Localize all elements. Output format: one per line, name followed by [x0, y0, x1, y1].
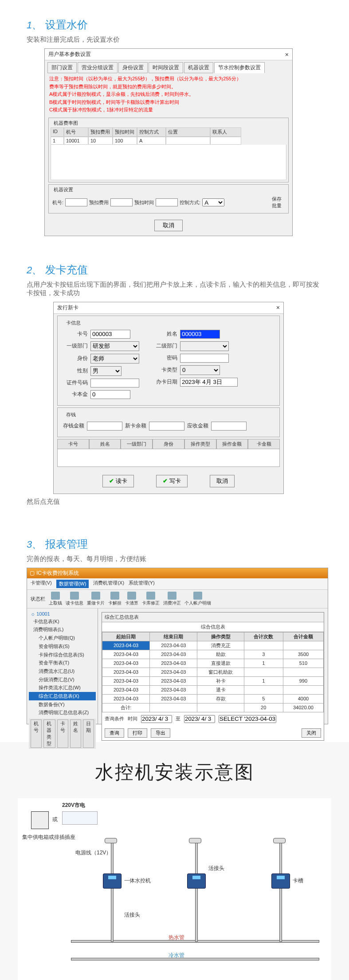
btn-save[interactable]: 保存: [269, 196, 285, 202]
table-row[interactable]: 2023-04-032023-04-03直接退款1510: [102, 659, 324, 668]
tab-period[interactable]: 时间段设置: [149, 62, 183, 73]
tb-withdraw[interactable]: 上取钱: [49, 592, 62, 606]
sec3-title: 报表管理: [45, 537, 88, 551]
input-sql[interactable]: [219, 715, 276, 723]
tree-item[interactable]: 综合汇总信息表(X): [29, 692, 96, 700]
rates-table-body[interactable]: [51, 145, 286, 180]
close-icon[interactable]: ×: [285, 51, 289, 58]
sec1-desc: 安装和注册完成后，先设置水价: [27, 36, 322, 44]
tree-item[interactable]: 资金平衡表(T): [29, 659, 96, 667]
input-name[interactable]: [180, 330, 220, 339]
cardinfo-legend: 卡信息: [65, 320, 82, 326]
fieldset-rates: 机器费率图 ID 机号 预扣费用 预扣时间 控制方式 位置 联系人 1 1000…: [48, 118, 289, 182]
input-cardnum[interactable]: [90, 330, 130, 339]
riser-pipe: [279, 842, 282, 942]
menubar: 卡管理(V) 数据管理(W) 消费机管理(X) 系统管理(Y): [27, 578, 328, 590]
input-pwd[interactable]: [180, 354, 229, 363]
tree-item[interactable]: 消费明细汇总信息表(Z): [29, 708, 96, 717]
report-table: 起始日期 结束日期 操作类型 合计次数 合计金额 2023-04-032023-…: [102, 632, 324, 712]
btn-export[interactable]: 导出: [151, 728, 170, 738]
tb-unlock[interactable]: 卡解挂: [108, 592, 122, 606]
input-to[interactable]: [184, 715, 215, 723]
sec2-num: 2、: [27, 264, 42, 277]
tb-remake[interactable]: 重做卡片: [87, 592, 105, 606]
menu-card[interactable]: 卡管理(V): [31, 580, 52, 588]
tree-item[interactable]: 分级消费汇总(V): [29, 676, 96, 684]
tree-item[interactable]: 个人帐户明细(Q): [29, 634, 96, 642]
lbl-union2: 活接头: [124, 911, 140, 919]
table-row[interactable]: 1 10001 10 100 A: [51, 137, 286, 145]
tb-readinfo[interactable]: 读卡信息: [66, 592, 83, 606]
dlg1-tabs: 部门设置 营业分组设置 身份设置 时间段设置 机器设置 节水控制参数设置: [45, 60, 292, 73]
table-row[interactable]: 2023-04-032023-04-03存款54000: [102, 694, 324, 703]
tab-water-ctrl[interactable]: 节水控制参数设置: [214, 62, 265, 73]
select-identity[interactable]: 老师: [90, 354, 139, 364]
riser-pipe: [111, 842, 114, 942]
tab-machine[interactable]: 机器设置: [184, 62, 213, 73]
app-title: IC卡收费控制系统: [36, 569, 79, 577]
table-row[interactable]: 合计:2034020.00: [102, 703, 324, 712]
close-icon[interactable]: ×: [276, 304, 280, 311]
btn-read-card[interactable]: ✔读卡: [102, 475, 134, 487]
lbl-name: 姓名: [153, 330, 177, 338]
dialog-issue-card: 发行新卡 × 卡信息 卡号 一级部门研发部 身份老师 性别男 证件号码 卡本金 …: [53, 302, 284, 494]
tab-identity[interactable]: 身份设置: [118, 62, 148, 73]
input-amount[interactable]: [87, 422, 122, 431]
input-fee[interactable]: [110, 198, 133, 206]
btn-close[interactable]: 关闭: [302, 728, 321, 738]
btn-query[interactable]: 查询: [105, 728, 124, 738]
menu-system[interactable]: 系统管理(Y): [129, 580, 155, 588]
lbl-union: 活接头: [208, 865, 224, 872]
btn-cancel[interactable]: 取消: [210, 475, 235, 487]
input-due[interactable]: [211, 422, 247, 431]
tree-item[interactable]: 消费明细表(L): [29, 625, 96, 634]
select-dept1[interactable]: 研发部: [90, 341, 139, 351]
tree-item[interactable]: 操作类流水汇总(W): [29, 684, 96, 692]
menu-device[interactable]: 消费机管理(X): [93, 580, 124, 588]
sec2-title: 发卡充值: [45, 263, 88, 277]
input-balance[interactable]: [149, 422, 184, 431]
menu-data[interactable]: 数据管理(W): [56, 580, 89, 588]
cancel-button[interactable]: 取消: [154, 220, 183, 231]
water-controller-icon: [187, 873, 206, 889]
tx-table-body[interactable]: [57, 449, 280, 467]
diagram-section: 水控机安装示意图 220V市电 或 集中供电箱或排插插座 电源线（12V） 热水…: [0, 742, 349, 980]
table-row[interactable]: 2023-04-032023-04-03窗口机助款: [102, 668, 324, 676]
input-from[interactable]: [141, 715, 172, 723]
tree-item[interactable]: 卡信息表(K): [29, 617, 96, 626]
diagram-title: 水控机安装示意图: [9, 760, 340, 785]
lbl-dept2: 二级部门: [153, 342, 177, 350]
tb-settle[interactable]: 卡清算: [125, 592, 138, 606]
btn-print[interactable]: 打印: [128, 728, 147, 738]
power-strip-icon: [62, 811, 98, 825]
btn-batch[interactable]: 批量: [269, 202, 285, 209]
tree-item[interactable]: 消费流水汇总(U): [29, 667, 96, 676]
input-idnum[interactable]: [90, 379, 139, 387]
select-cardtype[interactable]: 0: [180, 365, 220, 375]
table-row[interactable]: 2023-04-032023-04-03补卡1990: [102, 676, 324, 685]
tab-dept[interactable]: 部门设置: [47, 62, 77, 73]
select-gender[interactable]: 男: [90, 366, 122, 376]
water-controller-icon: [103, 873, 122, 889]
tree-item[interactable]: 卡操作综合信息表(S): [29, 651, 96, 659]
table-row[interactable]: 2023-04-032023-04-03退卡: [102, 685, 324, 694]
select-dept2[interactable]: [180, 341, 229, 351]
input-principal[interactable]: [90, 390, 130, 399]
tree-item[interactable]: 资金明细表(S): [29, 642, 96, 651]
sec1-num: 1、: [27, 19, 42, 32]
input-machine[interactable]: [65, 198, 87, 206]
lbl-amount: 存钱金额: [63, 422, 84, 430]
table-row[interactable]: 2023-04-032023-04-03消费充正: [102, 641, 324, 650]
tab-group[interactable]: 营业分组设置: [78, 62, 118, 73]
select-ctrl[interactable]: A: [202, 198, 224, 206]
dlg2-title: 发行新卡: [57, 304, 78, 312]
input-date[interactable]: [180, 378, 238, 387]
tree: 卡信息表(K)消费明细表(L)个人帐户明细(Q)资金明细表(S)卡操作综合信息表…: [29, 617, 96, 717]
tree-item[interactable]: 数据备份(Y): [29, 700, 96, 709]
table-row[interactable]: 2023-04-032023-04-03助款33500: [102, 650, 324, 659]
tb-account[interactable]: 个人帐户明细: [184, 592, 211, 606]
btn-write-card[interactable]: ✔写卡: [156, 475, 188, 487]
tb-reverse[interactable]: 消费冲正: [163, 592, 181, 606]
input-time[interactable]: [156, 198, 178, 206]
tb-fix[interactable]: 卡库修正: [142, 592, 160, 606]
